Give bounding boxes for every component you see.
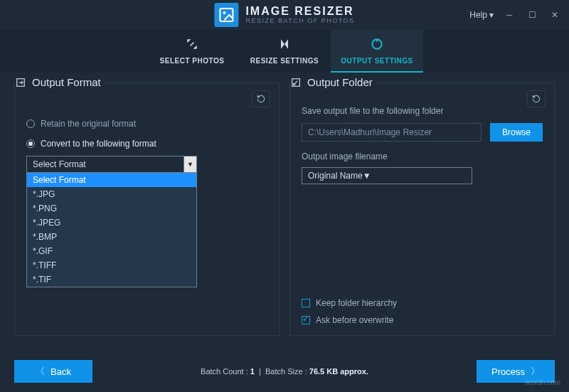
- dropdown-option[interactable]: *.JPG: [27, 187, 196, 201]
- filename-select[interactable]: Original Name ▼: [302, 167, 472, 184]
- app-title: IMAGE RESIZER: [245, 5, 354, 18]
- tabs-row: SELECT PHOTOS RESIZE SETTINGS OUTPUT SET…: [0, 30, 569, 73]
- checkbox-icon: [302, 316, 310, 324]
- export-icon: [15, 77, 26, 88]
- svg-rect-0: [220, 9, 233, 21]
- dropdown-option[interactable]: *.TIFF: [27, 258, 196, 272]
- checkbox-icon: [302, 299, 310, 307]
- help-label: Help: [469, 10, 487, 20]
- tab-label: RESIZE SETTINGS: [250, 57, 319, 65]
- format-dropdown: Select Format *.JPG *.PNG *.JPEG *.BMP *…: [26, 172, 197, 287]
- radio-label: Retain the original format: [41, 119, 136, 129]
- back-button[interactable]: 〈 Back: [14, 360, 92, 383]
- expand-icon: [185, 37, 199, 54]
- dropdown-option[interactable]: *.GIF: [27, 244, 196, 258]
- svg-point-1: [223, 11, 225, 14]
- batch-count-label: Batch Count :: [201, 367, 248, 376]
- batch-size-label: Batch Size :: [265, 367, 307, 376]
- footer-bar: 〈 Back Batch Count : 1 | Batch Size : 76…: [0, 351, 569, 392]
- process-label: Process: [491, 366, 525, 377]
- ask-overwrite-checkbox[interactable]: Ask before overwrite: [302, 315, 543, 325]
- tab-select-photos[interactable]: SELECT PHOTOS: [146, 30, 238, 73]
- radio-icon: [26, 139, 35, 148]
- radio-retain-original[interactable]: Retain the original format: [26, 119, 267, 129]
- dropdown-option[interactable]: Select Format: [27, 173, 196, 187]
- browse-button[interactable]: Browse: [490, 123, 543, 142]
- output-folder-panel: Output Folder Save output file to the fo…: [289, 83, 555, 336]
- radio-label: Convert to the following format: [41, 139, 156, 149]
- dropdown-arrow-icon: ▼: [363, 171, 371, 181]
- reset-folder-button[interactable]: [527, 90, 546, 107]
- resize-icon: [277, 37, 292, 54]
- tab-resize-settings[interactable]: RESIZE SETTINGS: [238, 30, 331, 73]
- close-button[interactable]: ✕: [548, 8, 562, 22]
- chevron-right-icon: 〉: [531, 365, 540, 378]
- minimize-button[interactable]: ─: [502, 8, 516, 22]
- output-path-input[interactable]: C:\Users\Madhuri\Image Resizer: [302, 123, 482, 142]
- filename-label: Output image filename: [302, 152, 543, 161]
- chevron-down-icon: ▾: [489, 10, 494, 20]
- dropdown-option[interactable]: *.TIF: [27, 272, 196, 287]
- output-path-value: C:\Users\Madhuri\Image Resizer: [308, 127, 432, 137]
- back-label: Back: [50, 366, 71, 377]
- batch-count-value: 1: [250, 367, 255, 376]
- dropdown-arrow-icon: ▼: [184, 157, 196, 172]
- save-folder-label: Save output file to the following folder: [302, 106, 543, 116]
- keep-hierarchy-checkbox[interactable]: Keep folder hierarchy: [302, 298, 543, 308]
- help-link[interactable]: Help ▾: [469, 10, 494, 20]
- reset-format-button[interactable]: [252, 90, 270, 107]
- batch-size-value: 76.5 KB approx.: [309, 367, 368, 376]
- chevron-left-icon: 〈: [36, 365, 45, 378]
- panel-title: Output Folder: [307, 76, 373, 88]
- batch-info: Batch Count : 1 | Batch Size : 76.5 KB a…: [201, 367, 368, 376]
- output-icon: [370, 37, 384, 54]
- dropdown-option[interactable]: *.BMP: [27, 230, 196, 244]
- panel-title: Output Format: [32, 76, 101, 88]
- dropdown-option[interactable]: *.PNG: [27, 201, 196, 216]
- format-select[interactable]: Select Format ▼ Select Format *.JPG *.PN…: [26, 156, 197, 173]
- output-format-panel: Output Format Retain the original format…: [14, 83, 280, 336]
- tab-output-settings[interactable]: OUTPUT SETTINGS: [331, 30, 423, 73]
- checkbox-label: Keep folder hierarchy: [316, 298, 397, 308]
- tab-label: OUTPUT SETTINGS: [341, 57, 413, 65]
- radio-convert-format[interactable]: Convert to the following format: [26, 139, 267, 149]
- tab-label: SELECT PHOTOS: [160, 57, 225, 65]
- app-logo-block: IMAGE RESIZER RESIZE BATCH OF PHOTOS: [214, 3, 354, 27]
- title-bar: IMAGE RESIZER RESIZE BATCH OF PHOTOS Hel…: [0, 0, 569, 30]
- radio-icon: [26, 120, 35, 128]
- select-value: Select Format: [33, 159, 86, 169]
- maximize-button[interactable]: ☐: [525, 8, 539, 22]
- checkbox-label: Ask before overwrite: [316, 315, 393, 325]
- app-logo-icon: [214, 3, 238, 27]
- folder-icon: [290, 77, 302, 88]
- watermark: wsxdn.com: [525, 378, 560, 386]
- app-subtitle: RESIZE BATCH OF PHOTOS: [245, 18, 354, 25]
- dropdown-option[interactable]: *.JPEG: [27, 216, 196, 230]
- select-value: Original Name: [308, 171, 363, 181]
